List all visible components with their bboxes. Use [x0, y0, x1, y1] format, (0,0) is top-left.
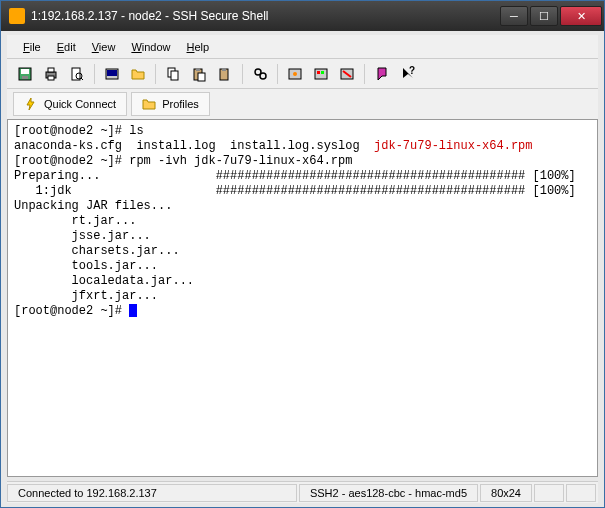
output-line: charsets.jar...	[14, 244, 180, 258]
profiles-label: Profiles	[162, 98, 199, 110]
preview-icon	[69, 66, 85, 82]
titlebar: 1:192.168.2.137 - node2 - SSH Secure She…	[1, 1, 604, 31]
statusbar: Connected to 192.168.2.137 SSH2 - aes128…	[7, 481, 598, 503]
command: ls	[129, 124, 143, 138]
quick-connect-button[interactable]: Quick Connect	[13, 92, 127, 116]
status-extra2	[566, 484, 596, 502]
output-line: localedata.jar...	[14, 274, 194, 288]
output-line: anaconda-ks.cfg install.log install.log.…	[14, 139, 374, 153]
copy-icon	[165, 66, 181, 82]
prompt: [root@node2 ~]#	[14, 124, 129, 138]
status-cipher: SSH2 - aes128-cbc - hmac-md5	[299, 484, 478, 502]
menu-view[interactable]: View	[84, 39, 124, 55]
status-connection: Connected to 192.168.2.137	[7, 484, 297, 502]
print-button[interactable]	[39, 62, 63, 86]
terminal-icon	[104, 66, 120, 82]
folder-icon	[130, 66, 146, 82]
output-line: Preparing... ###########################…	[14, 169, 576, 183]
app-icon	[9, 8, 25, 24]
svg-rect-24	[321, 71, 324, 74]
folder-button[interactable]	[126, 62, 150, 86]
output-line: jsse.jar...	[14, 229, 151, 243]
window-controls: ─ ☐ ✕	[500, 6, 602, 26]
paste-button[interactable]	[187, 62, 211, 86]
new-terminal-button[interactable]	[100, 62, 124, 86]
colors-icon	[313, 66, 329, 82]
help-icon	[374, 66, 390, 82]
save-icon	[17, 66, 33, 82]
separator	[277, 64, 278, 84]
svg-rect-5	[48, 76, 54, 80]
menu-help[interactable]: Help	[179, 39, 218, 55]
separator	[155, 64, 156, 84]
menubar: File Edit View Window Help	[7, 35, 598, 59]
menu-file[interactable]: File	[15, 39, 49, 55]
status-extra1	[534, 484, 564, 502]
disconnect-icon	[339, 66, 355, 82]
separator	[94, 64, 95, 84]
svg-rect-6	[72, 68, 80, 80]
separator	[242, 64, 243, 84]
disconnect-button[interactable]	[335, 62, 359, 86]
menu-window[interactable]: Window	[123, 39, 178, 55]
paste-icon	[191, 66, 207, 82]
colors-button[interactable]	[309, 62, 333, 86]
settings-icon	[287, 66, 303, 82]
profilebar: Quick Connect Profiles	[7, 89, 598, 119]
quick-connect-label: Quick Connect	[44, 98, 116, 110]
svg-rect-2	[22, 76, 28, 79]
find-icon	[252, 66, 268, 82]
cursor	[129, 304, 137, 317]
status-size: 80x24	[480, 484, 532, 502]
svg-line-8	[81, 78, 83, 80]
folder-icon	[142, 97, 156, 111]
main-window: 1:192.168.2.137 - node2 - SSH Secure She…	[0, 0, 605, 508]
prompt: [root@node2 ~]#	[14, 154, 129, 168]
svg-point-21	[293, 72, 297, 76]
output-line: rt.jar...	[14, 214, 136, 228]
cut-icon	[217, 66, 233, 82]
output-highlighted: jdk-7u79-linux-x64.rpm	[374, 139, 532, 153]
menu-edit[interactable]: Edit	[49, 39, 84, 55]
copy-button[interactable]	[161, 62, 185, 86]
minimize-button[interactable]: ─	[500, 6, 528, 26]
svg-rect-14	[196, 68, 200, 71]
profiles-button[interactable]: Profiles	[131, 92, 210, 116]
svg-rect-1	[21, 69, 29, 74]
maximize-button[interactable]: ☐	[530, 6, 558, 26]
help-button[interactable]	[370, 62, 394, 86]
svg-point-19	[260, 73, 266, 79]
whatsthis-button[interactable]: ?	[396, 62, 420, 86]
command: rpm -ivh jdk-7u79-linux-x64.rpm	[129, 154, 352, 168]
separator	[364, 64, 365, 84]
output-line: Unpacking JAR files...	[14, 199, 172, 213]
terminal[interactable]: [root@node2 ~]# ls anaconda-ks.cfg insta…	[7, 119, 598, 477]
close-button[interactable]: ✕	[560, 6, 602, 26]
svg-rect-10	[107, 70, 117, 76]
svg-rect-23	[317, 71, 320, 74]
svg-rect-15	[198, 73, 205, 81]
preview-button[interactable]	[65, 62, 89, 86]
svg-rect-17	[222, 68, 226, 71]
svg-rect-4	[48, 68, 54, 72]
svg-rect-12	[171, 71, 178, 80]
cut-button[interactable]	[213, 62, 237, 86]
toolbar: ?	[7, 59, 598, 89]
output-line: tools.jar...	[14, 259, 158, 273]
svg-text:?: ?	[409, 66, 415, 76]
output-line: jfxrt.jar...	[14, 289, 158, 303]
lightning-icon	[24, 97, 38, 111]
settings-button[interactable]	[283, 62, 307, 86]
prompt: [root@node2 ~]#	[14, 304, 129, 318]
whatsthis-icon: ?	[400, 66, 416, 82]
find-button[interactable]	[248, 62, 272, 86]
window-title: 1:192.168.2.137 - node2 - SSH Secure She…	[31, 9, 500, 23]
save-button[interactable]	[13, 62, 37, 86]
print-icon	[43, 66, 59, 82]
output-line: 1:jdk ##################################…	[14, 184, 576, 198]
